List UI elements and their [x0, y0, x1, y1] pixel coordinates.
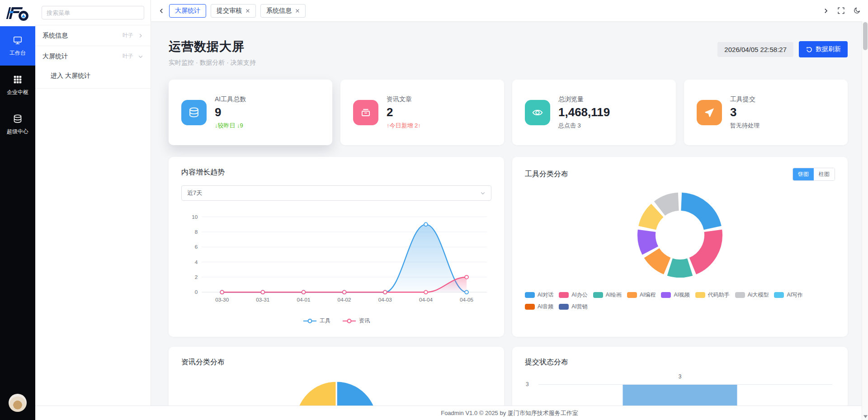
refresh-icon — [806, 46, 812, 53]
stat-value: 1,468,119 — [558, 105, 610, 119]
tab-label: 系统信息 — [266, 7, 292, 15]
svg-text:6: 6 — [195, 244, 198, 250]
legend-item[interactable]: 资讯 — [342, 317, 370, 325]
charts-row: 内容增长趋势 近7天 024681003-3003-3104-0104-0204… — [169, 157, 848, 337]
app-logo[interactable] — [0, 0, 35, 26]
dark-mode-button[interactable] — [853, 7, 861, 14]
svg-text:04-02: 04-02 — [338, 297, 351, 302]
chevron-left-icon — [158, 8, 165, 14]
tab-system-info[interactable]: 系统信息 — [260, 4, 306, 18]
stat-value: 3 — [730, 105, 760, 119]
rail-item-enterprise-hub[interactable]: 企业中枢 — [0, 66, 35, 105]
stat-sub: ↓较昨日 ↓9 — [215, 122, 246, 130]
sidebar-item-screen-stats[interactable]: 大屏统计 叶子 — [35, 46, 151, 66]
legend-item[interactable]: AI办公 — [559, 291, 587, 299]
primary-rail: 工作台 企业中枢 超级中心 — [0, 0, 35, 420]
svg-text:10: 10 — [192, 214, 198, 220]
legend-item[interactable]: 工具 — [303, 317, 330, 325]
legend-item[interactable]: AI编程 — [627, 291, 656, 299]
monitor-icon — [13, 35, 23, 45]
range-select[interactable]: 近7天 — [181, 185, 491, 201]
tabs-scroll-right-button[interactable] — [823, 8, 829, 14]
stat-value: 2 — [387, 105, 421, 119]
datetime-display: 2026/04/05 22:58:27 — [717, 42, 793, 57]
toggle-pie-button[interactable]: 饼图 — [793, 168, 814, 180]
moon-icon — [853, 7, 861, 14]
svg-text:04-01: 04-01 — [297, 297, 310, 302]
database-icon — [13, 114, 23, 124]
stats-row: AI工具总数 9 ↓较昨日 ↓9 资讯文章 2 ↑今日新增 2↑ — [169, 80, 848, 145]
data-refresh-button[interactable]: 数据刷新 — [799, 41, 848, 57]
fullscreen-icon — [837, 7, 845, 14]
tab-label: 提交审核 — [217, 7, 242, 15]
chevron-down-icon — [480, 190, 486, 196]
legend-item[interactable]: AI营销 — [559, 303, 587, 311]
svg-text:04-03: 04-03 — [378, 297, 392, 302]
tab-bar: 大屏统计 提交审核 系统信息 — [151, 0, 868, 21]
legend-item[interactable]: AI对话 — [525, 291, 553, 299]
rail-item-label: 工作台 — [9, 49, 26, 57]
svg-text:03-30: 03-30 — [215, 297, 229, 302]
vertical-scrollbar[interactable] — [862, 21, 868, 420]
divider — [35, 88, 151, 89]
page-content: 运营数据大屏 实时监控 · 数据分析 · 决策支持 2026/04/05 22:… — [151, 21, 868, 420]
chevron-down-icon — [138, 54, 143, 59]
menu-item-label: 大屏统计 — [42, 52, 68, 61]
close-icon[interactable] — [245, 9, 250, 13]
chevron-right-icon — [138, 33, 143, 38]
stat-card-news-articles: 资讯文章 2 ↑今日新增 2↑ — [340, 80, 504, 145]
svg-text:04-04: 04-04 — [419, 297, 433, 302]
page-subtitle: 实时监控 · 数据分析 · 决策支持 — [169, 59, 256, 67]
menu-item-label: 系统信息 — [42, 32, 68, 40]
legend-item[interactable]: Ai大模型 — [735, 291, 769, 299]
toggle-bar-button[interactable]: 柱图 — [814, 168, 835, 180]
rail-item-label: 超级中心 — [7, 128, 28, 136]
legend-item[interactable]: AI视频 — [661, 291, 689, 299]
svg-text:2: 2 — [195, 274, 198, 280]
tool-category-chart — [525, 184, 835, 286]
svg-text:04-05: 04-05 — [460, 297, 474, 302]
stat-sub: 总点击 3 — [558, 122, 610, 130]
stat-label: 工具提交 — [730, 95, 760, 104]
section-title: 资讯分类分布 — [181, 358, 491, 367]
stat-label: 总浏览量 — [558, 95, 610, 104]
section-title: 内容增长趋势 — [181, 168, 491, 177]
tool-category-legend: AI对话AI办公AI绘画AI编程AI视频代码助手Ai大模型AI写作AI音频AI营… — [525, 291, 835, 311]
scrollbar-thumb[interactable] — [863, 22, 868, 50]
chevron-right-icon — [823, 8, 829, 14]
footer: Foadmin V1.0 © 2025 by 厦门市知序技术服务工作室 — [35, 406, 868, 420]
rail-item-workbench[interactable]: 工作台 — [0, 26, 35, 66]
user-avatar[interactable] — [9, 394, 27, 412]
stat-card-total-views: 总浏览量 1,468,119 总点击 3 — [512, 80, 676, 145]
grid-icon — [13, 75, 23, 85]
app-window: 工作台 企业中枢 超级中心 系统信息 叶子 — [0, 0, 868, 420]
stat-card-tool-submissions: 工具提交 3 暂无待处理 — [684, 80, 848, 145]
tab-screen-stats[interactable]: 大屏统计 — [169, 4, 206, 18]
legend-item[interactable]: AI绘画 — [593, 291, 622, 299]
secondary-sidebar: 系统信息 叶子 大屏统计 叶子 进入 大屏统计 — [35, 0, 151, 420]
section-title: 提交状态分布 — [525, 358, 835, 367]
stat-card-ai-tools: AI工具总数 9 ↓较昨日 ↓9 — [169, 80, 332, 145]
triangle-down-icon — [863, 415, 868, 418]
legend-item[interactable]: 代码助手 — [695, 291, 730, 299]
content-trend-legend: 工具资讯 — [181, 317, 491, 325]
legend-item[interactable]: AI写作 — [774, 291, 802, 299]
rail-item-super-center[interactable]: 超级中心 — [0, 105, 35, 144]
stat-sub: ↑今日新增 2↑ — [387, 122, 421, 130]
svg-text:03-31: 03-31 — [256, 297, 269, 302]
archive-icon — [353, 100, 378, 125]
sidebar-item-system-info[interactable]: 系统信息 叶子 — [35, 25, 151, 46]
eye-icon — [525, 100, 550, 125]
fullscreen-button[interactable] — [837, 7, 845, 14]
sidebar-item-enter-screen-stats[interactable]: 进入 大屏统计 — [35, 66, 151, 85]
tab-submit-review[interactable]: 提交审核 — [211, 4, 256, 18]
tool-category-card: 工具分类分布 饼图 柱图 AI对话AI办公AI绘画AI编程AI视频代码助手Ai大… — [512, 157, 848, 337]
tabs-scroll-left-button[interactable] — [158, 8, 165, 14]
close-icon[interactable] — [295, 9, 300, 13]
scrollbar-down-button[interactable] — [862, 415, 868, 418]
content-trend-card: 内容增长趋势 近7天 024681003-3003-3104-0104-0204… — [169, 157, 504, 337]
stat-value: 9 — [215, 105, 246, 119]
legend-item[interactable]: AI音频 — [525, 303, 553, 311]
search-input[interactable] — [42, 6, 144, 19]
svg-text:4: 4 — [195, 259, 198, 265]
